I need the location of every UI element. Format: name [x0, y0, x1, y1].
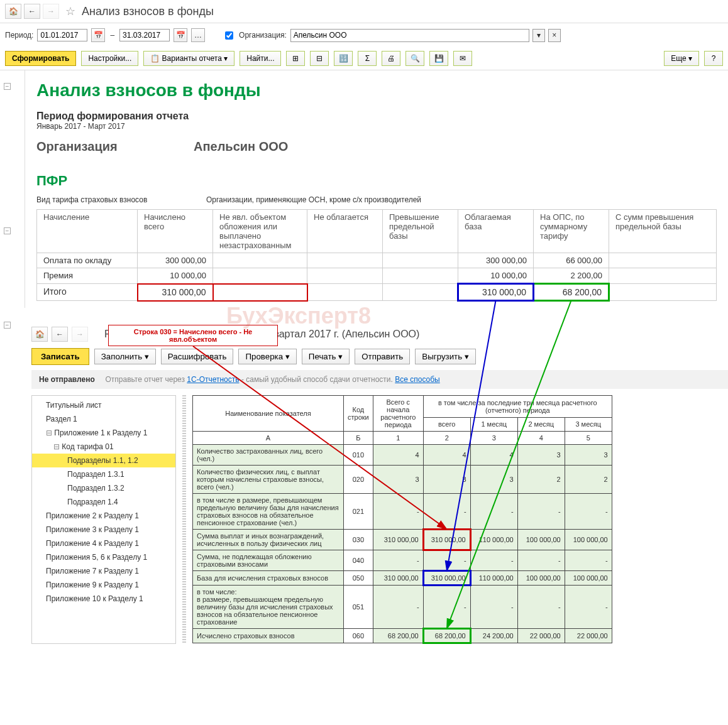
- org-checkbox[interactable]: [225, 31, 233, 40]
- preview-icon[interactable]: 🔍: [405, 51, 424, 66]
- outline-toggle[interactable]: −: [4, 83, 11, 90]
- favorite-icon[interactable]: ☆: [65, 4, 75, 18]
- tree-item[interactable]: Подразделы 1.1, 1.2: [32, 454, 175, 467]
- home-icon[interactable]: 🏠: [31, 327, 48, 342]
- settings-button[interactable]: Настройки...: [81, 51, 138, 66]
- col-total: Начислено всего: [138, 210, 213, 253]
- send-status: Не отправлено: [39, 375, 95, 384]
- table-row: Премия 10 000,00 10 000,00 2 200,00: [37, 268, 717, 284]
- org-dropdown-icon[interactable]: ▾: [532, 29, 545, 42]
- table-row: Сумма выплат и иных вознаграждений, исчи…: [193, 530, 612, 550]
- date-to-input[interactable]: [119, 29, 170, 41]
- expand-level-icon[interactable]: ⊞: [286, 51, 305, 66]
- org-clear-icon[interactable]: ×: [548, 29, 561, 42]
- table-row: Количество застрахованных лиц, всего (че…: [193, 445, 612, 466]
- forward-icon[interactable]: →: [72, 327, 88, 342]
- period-row: Период: 📅 – 📅 … Организация: ▾ ×: [0, 23, 728, 47]
- table-row: Сумма, не подлежащая обложению страховым…: [193, 550, 612, 571]
- find-button[interactable]: Найти...: [240, 51, 281, 66]
- section-title: ПФР: [36, 173, 717, 189]
- col-ops: На ОПС, по суммарному тарифу: [534, 210, 609, 253]
- period-label: Период:: [5, 31, 33, 40]
- period-text: Январь 2017 - Март 2017: [36, 122, 717, 131]
- outline-toggle[interactable]: −: [4, 322, 11, 329]
- col-base: Облагаемая база: [458, 210, 534, 253]
- tariff-value: Организации, применяющие ОСН, кроме с/х …: [206, 195, 421, 204]
- table-row: База для исчисления страховых взносов050…: [193, 571, 612, 586]
- link-1c-report[interactable]: 1С-Отчетность: [187, 375, 239, 384]
- print-icon[interactable]: 🖨: [382, 51, 400, 66]
- outline-bar: − − −: [0, 70, 25, 308]
- back-icon[interactable]: ←: [24, 4, 40, 19]
- form-area: Наименование показателя Код строки Всего…: [192, 395, 612, 644]
- table-row: Оплата по окладу 300 000,00 300 000,00 6…: [37, 253, 717, 268]
- upload-button[interactable]: Выгрузить ▾: [415, 349, 476, 364]
- col-excess-sum: С сумм превышения предельной базы: [609, 210, 717, 253]
- tree-item[interactable]: Приложение 10 к Разделу 1: [32, 592, 175, 606]
- table-row-total: Итого 310 000,00 310 000,00 68 200,00: [37, 284, 717, 301]
- tree-item[interactable]: Подраздел 1.3.1: [32, 467, 175, 481]
- write-button[interactable]: Записать: [31, 348, 89, 365]
- col-total: Всего с начала расчетного периода: [373, 396, 423, 432]
- check-button[interactable]: Проверка ▾: [238, 349, 296, 364]
- accruals-table: Начисление Начислено всего Не явл. объек…: [36, 209, 717, 302]
- table-row: в том числе в размере, превышающем преде…: [193, 494, 612, 530]
- calendar-to-icon[interactable]: 📅: [174, 28, 187, 42]
- dash: –: [109, 31, 116, 40]
- org-input[interactable]: [290, 29, 529, 42]
- period-header: Период формирования отчета: [36, 111, 717, 122]
- fill-button[interactable]: Заполнить ▾: [94, 349, 156, 364]
- tree-item[interactable]: Титульный лист: [32, 398, 175, 412]
- form-table: Наименование показателя Код строки Всего…: [192, 395, 612, 644]
- tree-item[interactable]: Приложение 9 к Разделу 1: [32, 578, 175, 592]
- home-icon[interactable]: 🏠: [5, 4, 21, 19]
- collapse-level-icon[interactable]: ⊟: [310, 51, 329, 66]
- org-value: Апельсин ООО: [194, 139, 288, 154]
- tree-item[interactable]: Раздел 1: [32, 412, 175, 426]
- send-button[interactable]: Отправить: [355, 349, 410, 364]
- col-not-object: Не явл. объектом обложения или выплачено…: [213, 210, 307, 253]
- org-header: Организация: [36, 139, 194, 154]
- tree-item[interactable]: Подраздел 1.4: [32, 495, 175, 509]
- tree-item[interactable]: Приложения 5, 6 к Разделу 1: [32, 550, 175, 564]
- form-button[interactable]: Сформировать: [5, 51, 76, 66]
- col-group: в том числе за последние три месяца расч…: [423, 396, 612, 418]
- col-name: Наименование показателя: [193, 396, 344, 432]
- tree-item[interactable]: Приложение 4 к Разделу 1: [32, 537, 175, 550]
- annotation-note: Строка 030 = Начислено всего - Не явл.об…: [108, 325, 278, 346]
- date-from-input[interactable]: [37, 29, 87, 41]
- tree-item[interactable]: Приложение 2 к Разделу 1: [32, 509, 175, 523]
- decode-button[interactable]: Расшифровать: [161, 349, 234, 364]
- status-bar: Не отправлено Отправьте отчет через 1С-О…: [31, 370, 728, 389]
- report-title: Анализ взносов в фонды: [36, 80, 717, 101]
- col-excess: Превышение предельной базы: [383, 210, 458, 253]
- outline-toggle[interactable]: −: [4, 227, 11, 234]
- tree-item[interactable]: Подраздел 1.3.2: [32, 481, 175, 495]
- main-toolbar: 🏠 ← → ☆ Анализ взносов в фонды: [0, 0, 728, 23]
- link-all-ways[interactable]: Все способы: [395, 375, 440, 384]
- period-picker-icon[interactable]: …: [191, 28, 205, 42]
- more-button[interactable]: Еще ▾: [664, 51, 699, 66]
- tree-item[interactable]: Приложение 7 к Разделу 1: [32, 564, 175, 578]
- back-icon[interactable]: ←: [52, 327, 68, 342]
- calendar-from-icon[interactable]: 📅: [91, 28, 105, 42]
- variants-button[interactable]: 📋 Варианты отчета ▾: [143, 51, 234, 66]
- sum-icon[interactable]: Σ: [358, 51, 377, 66]
- mail-icon[interactable]: ✉: [453, 51, 472, 66]
- forward-icon[interactable]: →: [43, 4, 59, 19]
- section-tree: Титульный листРаздел 1Приложение 1 к Раз…: [31, 395, 176, 644]
- tariff-label: Вид тарифа страховых взносов: [36, 195, 206, 204]
- table-row: Исчислено страховых взносов06068 200,006…: [193, 629, 612, 643]
- save-icon[interactable]: 💾: [429, 51, 448, 66]
- help-icon[interactable]: ?: [704, 51, 723, 66]
- calc-icon[interactable]: 🔢: [334, 51, 353, 66]
- splitter[interactable]: [182, 395, 186, 644]
- table-row: в том числе: в размере, превышающем пред…: [193, 586, 612, 629]
- tree-item[interactable]: Код тарифа 01: [32, 440, 175, 454]
- org-label: Организация:: [239, 31, 287, 40]
- sub-window: 🏠 ← → Расчет по страховым взносам за 1 к…: [0, 327, 728, 650]
- print-button[interactable]: Печать ▾: [302, 349, 350, 364]
- tree-item[interactable]: Приложение 3 к Разделу 1: [32, 523, 175, 537]
- tree-item[interactable]: Приложение 1 к Разделу 1: [32, 426, 175, 440]
- col-code: Код строки: [344, 396, 373, 432]
